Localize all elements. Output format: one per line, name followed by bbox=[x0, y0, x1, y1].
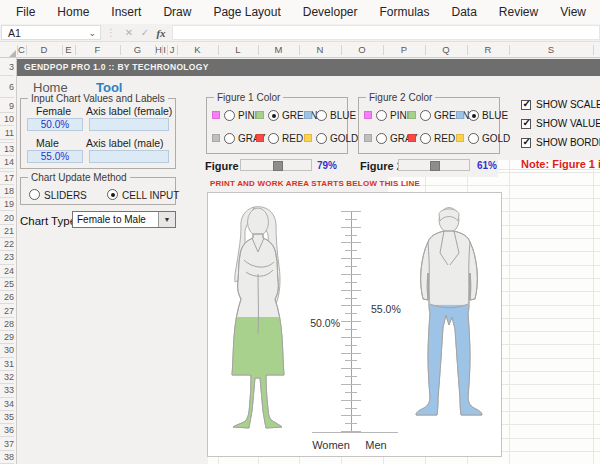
menu-data[interactable]: Data bbox=[441, 5, 488, 19]
cell-input-radio-label[interactable]: CELL INPUT bbox=[122, 190, 179, 201]
toggle-show-border[interactable]: SHOW BORDER bbox=[521, 137, 600, 148]
figure2-color-gold-label[interactable]: GOLD bbox=[482, 133, 510, 144]
figure2-color-gold-radio[interactable] bbox=[468, 133, 479, 144]
figure2-color-pink-radio[interactable] bbox=[376, 110, 387, 121]
menu-page-layout[interactable]: Page Layout bbox=[202, 5, 291, 19]
checkbox-icon[interactable] bbox=[521, 138, 531, 148]
figure2-color-blue-label[interactable]: BLUE bbox=[482, 110, 508, 121]
menu-file[interactable]: File bbox=[5, 5, 46, 19]
figure1-color-gray-radio[interactable] bbox=[224, 133, 235, 144]
male-axis-input[interactable] bbox=[89, 150, 169, 163]
row-header-24[interactable]: 24 bbox=[0, 265, 14, 278]
name-box[interactable]: A1 ⌄ bbox=[1, 25, 101, 40]
menu-view[interactable]: View bbox=[549, 5, 597, 19]
figure2-color-red-label[interactable]: RED bbox=[434, 133, 455, 144]
column-header-D[interactable]: D bbox=[41, 44, 48, 55]
column-header-M[interactable]: M bbox=[275, 44, 283, 55]
figure1-color-green-radio[interactable] bbox=[268, 110, 279, 121]
row-header-20[interactable]: 20 bbox=[0, 211, 14, 225]
row-header-36[interactable]: 36 bbox=[0, 424, 14, 437]
figure2-color-green-label[interactable]: GREEN bbox=[434, 110, 470, 121]
row-header-19[interactable]: 19 bbox=[0, 198, 14, 211]
enter-icon[interactable]: ✓ bbox=[137, 27, 153, 38]
chevron-down-icon[interactable]: ⌄ bbox=[88, 28, 96, 38]
row-header-25[interactable]: 25 bbox=[0, 278, 14, 291]
row-header-9[interactable]: 9 bbox=[0, 100, 14, 113]
row-header-38[interactable]: 38 bbox=[0, 451, 14, 464]
figure1-color-red-label[interactable]: RED bbox=[282, 133, 303, 144]
column-header-J[interactable]: J bbox=[170, 44, 175, 55]
figure1-color-green-label[interactable]: GREEN bbox=[282, 110, 318, 121]
row-header-31[interactable]: 31 bbox=[0, 358, 14, 371]
row-header-37[interactable]: 37 bbox=[0, 438, 14, 451]
figure2-slider[interactable] bbox=[398, 159, 470, 171]
row-header-30[interactable]: 30 bbox=[0, 344, 14, 357]
column-header-N[interactable]: N bbox=[317, 44, 324, 55]
insert-function-icon[interactable]: fx bbox=[153, 27, 169, 39]
checkbox-icon[interactable] bbox=[521, 100, 531, 110]
menu-review[interactable]: Review bbox=[488, 5, 549, 19]
select-all-corner[interactable] bbox=[9, 50, 16, 57]
toggle-show-scale[interactable]: SHOW SCALE bbox=[521, 99, 600, 110]
column-header-E[interactable]: E bbox=[65, 44, 71, 55]
column-header-L[interactable]: L bbox=[235, 44, 240, 55]
row-header-17[interactable]: 17 bbox=[0, 172, 14, 185]
row-header-6[interactable]: 6 bbox=[0, 77, 14, 98]
row-header-35[interactable]: 35 bbox=[0, 411, 14, 424]
figure1-color-blue-label[interactable]: BLUE bbox=[330, 110, 356, 121]
column-header-F[interactable]: F bbox=[95, 44, 101, 55]
row-headers[interactable]: 3691011131417181920212223242526272829303… bbox=[0, 58, 17, 464]
row-header-21[interactable]: 21 bbox=[0, 225, 14, 238]
checkbox-icon[interactable] bbox=[521, 119, 531, 129]
cancel-icon[interactable]: ✕ bbox=[121, 27, 137, 38]
figure2-slider-thumb[interactable] bbox=[430, 161, 440, 171]
column-header-C[interactable]: C bbox=[18, 44, 25, 55]
row-header-34[interactable]: 34 bbox=[0, 398, 14, 411]
figure1-color-red-radio[interactable] bbox=[268, 133, 279, 144]
formula-input[interactable] bbox=[172, 25, 600, 40]
figure2-color-blue-radio[interactable] bbox=[468, 110, 479, 121]
female-axis-input[interactable] bbox=[89, 118, 169, 131]
figure1-slider-thumb[interactable] bbox=[273, 161, 283, 171]
row-header-29[interactable]: 29 bbox=[0, 331, 14, 344]
column-header-I[interactable]: I bbox=[163, 44, 166, 55]
column-header-R[interactable]: R bbox=[485, 44, 492, 55]
toggle-show-values[interactable]: SHOW VALUES bbox=[521, 118, 600, 129]
row-header-33[interactable]: 33 bbox=[0, 384, 14, 397]
menu-developer[interactable]: Developer bbox=[292, 5, 369, 19]
row-header-23[interactable]: 23 bbox=[0, 251, 14, 264]
row-header-14[interactable]: 14 bbox=[0, 156, 14, 169]
male-value-input[interactable]: 55.0% bbox=[27, 150, 83, 163]
sliders-radio[interactable] bbox=[29, 189, 40, 200]
figure1-color-blue-radio[interactable] bbox=[316, 110, 327, 121]
column-header-S[interactable]: S bbox=[548, 44, 554, 55]
figure1-color-pink-radio[interactable] bbox=[224, 110, 235, 121]
row-header-3[interactable]: 3 bbox=[0, 59, 14, 76]
menu-formulas[interactable]: Formulas bbox=[368, 5, 440, 19]
female-value-input[interactable]: 50.0% bbox=[27, 118, 83, 131]
column-header-Q[interactable]: Q bbox=[442, 44, 449, 55]
chart-type-dropdown[interactable]: Female to Male ▼ bbox=[72, 211, 176, 228]
row-header-11[interactable]: 11 bbox=[0, 126, 14, 140]
figure1-slider[interactable] bbox=[240, 159, 312, 171]
column-header-O[interactable]: O bbox=[358, 44, 365, 55]
cell-input-radio[interactable] bbox=[107, 189, 118, 200]
figure2-color-green-radio[interactable] bbox=[420, 110, 431, 121]
row-header-13[interactable]: 13 bbox=[0, 143, 14, 156]
row-header-18[interactable]: 18 bbox=[0, 185, 14, 198]
row-header-10[interactable]: 10 bbox=[0, 113, 14, 126]
row-header-32[interactable]: 32 bbox=[0, 371, 14, 384]
figure1-color-gold-label[interactable]: GOLD bbox=[330, 133, 358, 144]
column-header-G[interactable]: G bbox=[134, 44, 141, 55]
column-headers[interactable]: CDEFGHIJKLMNOPQRS bbox=[0, 42, 600, 58]
figure2-color-gray-radio[interactable] bbox=[376, 133, 387, 144]
menu-insert[interactable]: Insert bbox=[100, 5, 152, 19]
column-header-H[interactable]: H bbox=[155, 44, 162, 55]
figure2-color-red-radio[interactable] bbox=[420, 133, 431, 144]
column-header-K[interactable]: K bbox=[194, 44, 200, 55]
sliders-radio-label[interactable]: SLIDERS bbox=[44, 190, 87, 201]
row-header-26[interactable]: 26 bbox=[0, 291, 14, 304]
row-header-22[interactable]: 22 bbox=[0, 238, 14, 251]
figure1-color-gold-radio[interactable] bbox=[316, 133, 327, 144]
row-header-28[interactable]: 28 bbox=[0, 318, 14, 331]
